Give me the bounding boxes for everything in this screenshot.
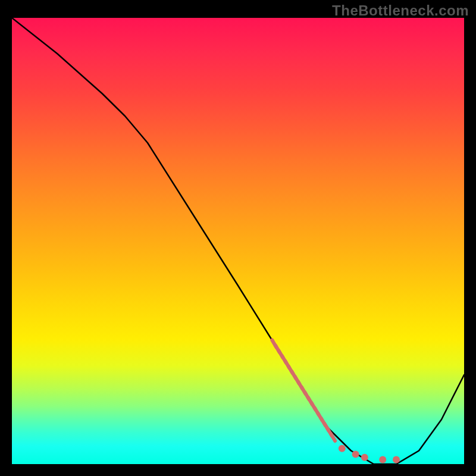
chart-curve: [12, 18, 464, 464]
highlight-dot: [352, 451, 359, 458]
watermark-text: TheBottleneck.com: [332, 2, 469, 19]
highlight-dot: [379, 456, 386, 464]
highlight-markers: [272, 340, 400, 464]
highlight-dot: [393, 456, 400, 464]
plot-area: [12, 18, 464, 464]
highlight-dot: [361, 454, 368, 461]
chart-frame: TheBottleneck.com: [0, 0, 476, 476]
highlight-dot: [339, 445, 346, 452]
chart-overlay: [12, 18, 464, 464]
